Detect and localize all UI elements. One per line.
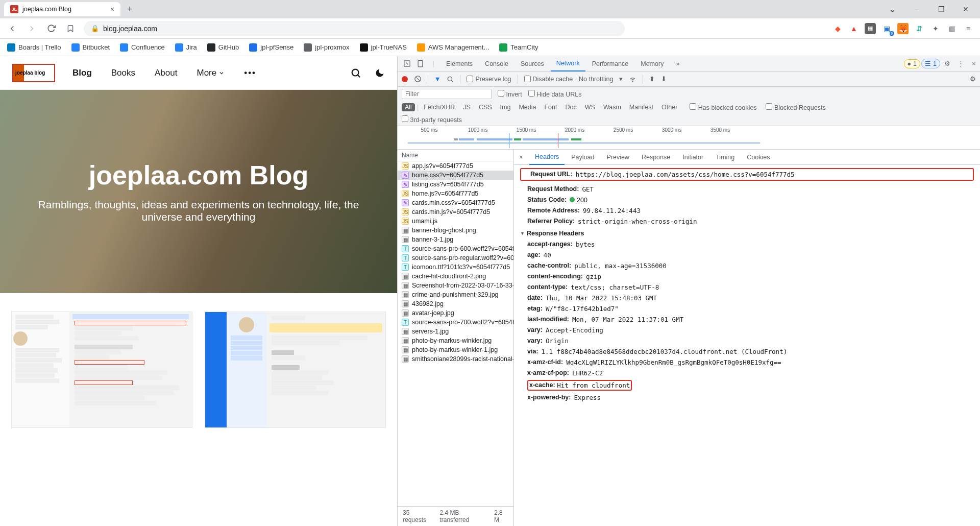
filter-chip-all[interactable]: All [402,103,415,111]
devtools-tab-console[interactable]: Console [479,56,514,71]
request-row[interactable]: Tsource-sans-pro-700.woff2?v=6054f... [398,318,513,327]
window-minimize-button[interactable]: – [905,2,928,17]
record-button[interactable] [402,76,408,82]
disable-cache-checkbox[interactable]: Disable cache [524,76,573,83]
request-row[interactable]: ▦photo-by-markus-winkler.jpg [398,336,513,345]
filter-input[interactable] [402,89,492,99]
detail-tab-timing[interactable]: Timing [710,150,740,165]
request-row[interactable]: ▦cache-hit-cloudfront-2.png [398,272,513,281]
request-list-header[interactable]: Name [398,150,513,161]
bookmark-item[interactable]: GitHub [207,43,239,52]
extensions-menu-icon[interactable]: ✦ [930,23,941,34]
bookmark-item[interactable]: AWS Management... [417,43,489,52]
bookmark-button[interactable] [62,20,79,37]
detail-tab-cookies[interactable]: Cookies [741,150,775,165]
devtools-menu-icon[interactable]: ⋮ [954,60,967,67]
wifi-icon[interactable] [629,75,636,83]
post-card[interactable] [205,312,386,428]
detail-close-icon[interactable]: × [514,154,528,161]
network-settings-icon[interactable]: ⚙ [970,75,976,83]
third-party-checkbox[interactable]: 3rd-party requests [402,115,462,124]
post-card[interactable] [11,312,192,428]
request-row[interactable]: ✎cards.min.css?v=6054f777d5 [398,198,513,207]
filter-chip-font[interactable]: Font [541,103,560,111]
request-row[interactable]: ▦banner-3-1.jpg [398,235,513,244]
request-row[interactable]: Tsource-sans-pro-regular.woff2?v=60... [398,253,513,262]
hide-data-urls-checkbox[interactable]: Hide data URLs [528,90,582,98]
bookmark-item[interactable]: jpl-pfSense [249,43,293,52]
nav-books[interactable]: Books [111,68,135,78]
nav-overflow-icon[interactable]: ••• [244,68,256,78]
nav-about[interactable]: About [155,68,177,78]
detail-tab-response[interactable]: Response [636,150,676,165]
preserve-log-checkbox[interactable]: Preserve log [467,76,511,83]
bookmark-item[interactable]: Confluence [120,43,165,52]
request-row[interactable]: JSumami.js [398,217,513,226]
extension-icon[interactable]: ⇵ [914,23,925,34]
inspect-icon[interactable] [401,60,413,67]
throttling-chevron-icon[interactable]: ▾ [619,75,623,83]
filter-chip-img[interactable]: Img [497,103,514,111]
bookmark-item[interactable]: Jira [175,43,197,52]
request-row[interactable]: ✎listing.css?v=6054f777d5 [398,180,513,189]
tab-search-icon[interactable]: ⌄ [881,2,903,17]
request-row[interactable]: JSapp.js?v=6054f777d5 [398,161,513,171]
forward-button[interactable] [23,20,40,37]
window-close-button[interactable]: ✕ [954,2,977,17]
request-row[interactable]: ▦servers-1.jpg [398,327,513,336]
devtools-tab-memory[interactable]: Memory [635,56,669,71]
bookmark-item[interactable]: Bitbucket [71,43,110,52]
bookmark-item[interactable]: Boards | Trello [7,43,61,52]
filter-toggle-icon[interactable]: ▼ [434,76,440,83]
bookmark-item[interactable]: jpl-proxmox [304,43,349,52]
filter-chip-css[interactable]: CSS [476,103,495,111]
devtools-tab-network[interactable]: Network [551,56,585,71]
download-har-icon[interactable]: ⬇ [661,75,667,83]
detail-tab-preview[interactable]: Preview [601,150,634,165]
filter-chip-fetchxhr[interactable]: Fetch/XHR [421,103,458,111]
network-timeline[interactable]: 500 ms1000 ms1500 ms2000 ms2500 ms3000 m… [398,126,980,150]
request-row[interactable]: JShome.js?v=6054f777d5 [398,189,513,198]
filter-chip-other[interactable]: Other [658,103,680,111]
browser-menu-icon[interactable]: ≡ [963,23,974,34]
response-headers-section[interactable]: Response Headers [518,227,976,239]
nav-more[interactable]: More [197,68,225,78]
window-maximize-button[interactable]: ❐ [930,2,952,17]
devtools-tab-performance[interactable]: Performance [586,56,634,71]
extension-icon[interactable]: ▣9 [881,23,892,34]
back-button[interactable] [4,20,20,37]
blocked-requests-checkbox[interactable]: Blocked Requests [766,103,825,111]
request-row[interactable]: ▦crime-and-punishment-329.jpg [398,290,513,299]
filter-chip-ws[interactable]: WS [582,103,598,111]
request-row[interactable]: JScards.min.js?v=6054f777d5 [398,207,513,217]
devtools-tab-elements[interactable]: Elements [440,56,478,71]
search-icon[interactable] [350,67,361,79]
devtools-settings-icon[interactable]: ⚙ [941,60,953,67]
detail-tab-payload[interactable]: Payload [566,150,600,165]
dark-mode-toggle[interactable] [375,68,385,78]
filter-chip-doc[interactable]: Doc [562,103,580,111]
clear-button[interactable] [414,75,422,83]
search-icon[interactable] [447,76,454,83]
blocked-cookies-checkbox[interactable]: Has blocked cookies [690,103,756,111]
request-row[interactable]: ▦436982.jpg [398,299,513,308]
device-toggle-icon[interactable] [414,60,426,67]
invert-checkbox[interactable]: Invert [498,90,522,98]
tab-close-icon[interactable]: × [110,5,114,13]
site-logo[interactable]: joeplaa blog [12,64,55,82]
request-row[interactable]: Tsource-sans-pro-600.woff2?v=6054f... [398,244,513,253]
sidebar-icon[interactable]: ▥ [946,23,958,34]
issues-badge[interactable]: ☰ 1 [921,59,940,68]
upload-har-icon[interactable]: ⬆ [649,75,655,83]
devtools-close-icon[interactable]: × [968,60,980,67]
request-row[interactable]: ▦smithsoniane28099s-racist-national-... [398,354,513,364]
console-warnings-badge[interactable]: ● 1 [904,59,921,68]
devtools-tab-sources[interactable]: Sources [515,56,550,71]
request-row[interactable]: ▦banner-blog-ghost.png [398,226,513,235]
extension-icon[interactable]: ▲ [848,23,860,34]
request-row[interactable]: ▦photo-by-markus-winkler-1.jpg [398,345,513,354]
detail-tab-initiator[interactable]: Initiator [677,150,709,165]
filter-chip-manifest[interactable]: Manifest [626,103,656,111]
new-tab-button[interactable]: + [122,2,137,16]
throttling-select[interactable]: No throttling [579,76,613,83]
